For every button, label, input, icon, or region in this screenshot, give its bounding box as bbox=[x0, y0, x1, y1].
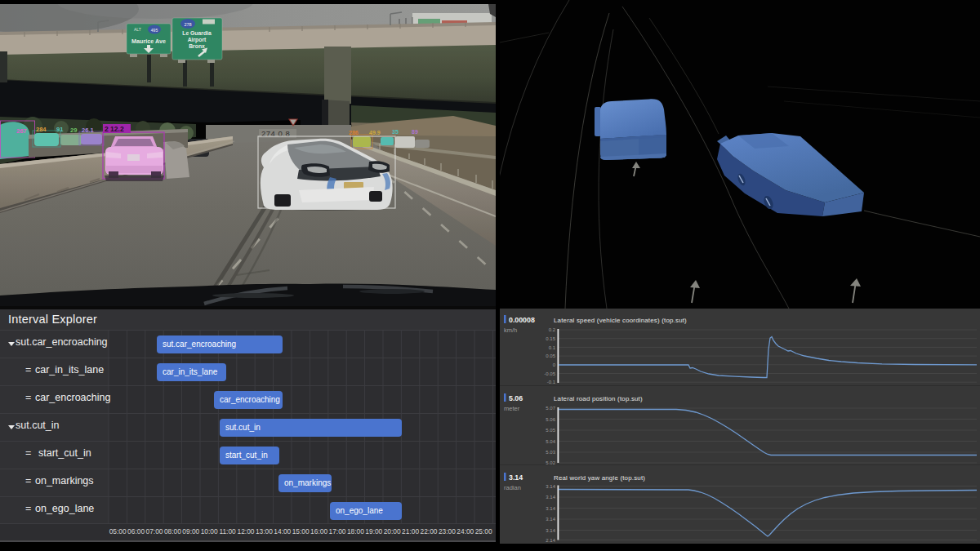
svg-text:5.04: 5.04 bbox=[546, 439, 555, 444]
svg-text:5.02: 5.02 bbox=[546, 460, 555, 465]
svg-text:Real world yaw angle (top.sut): Real world yaw angle (top.sut) bbox=[554, 474, 645, 482]
svg-text:5.06: 5.06 bbox=[509, 394, 523, 402]
svg-text:5.03: 5.03 bbox=[546, 450, 555, 455]
svg-text:0.05: 0.05 bbox=[546, 353, 555, 358]
svg-text:km/h: km/h bbox=[504, 327, 517, 334]
svg-text:-0.05: -0.05 bbox=[544, 371, 555, 376]
svg-text:radian: radian bbox=[504, 484, 521, 491]
svg-text:5.07: 5.07 bbox=[546, 406, 555, 411]
svg-text:-0.1: -0.1 bbox=[547, 380, 556, 384]
svg-text:2.14: 2.14 bbox=[546, 538, 555, 543]
svg-text:0.15: 0.15 bbox=[546, 336, 555, 341]
svg-text:5.05: 5.05 bbox=[546, 428, 555, 433]
svg-text:5.06: 5.06 bbox=[546, 417, 555, 422]
svg-text:3.14: 3.14 bbox=[546, 528, 555, 533]
svg-text:0.1: 0.1 bbox=[549, 345, 556, 350]
svg-text:3.14: 3.14 bbox=[546, 517, 555, 522]
svg-text:3.14: 3.14 bbox=[509, 473, 523, 482]
svg-text:0.00008: 0.00008 bbox=[509, 316, 535, 324]
svg-text:3.14: 3.14 bbox=[546, 506, 555, 511]
svg-text:meter: meter bbox=[504, 405, 520, 412]
svg-text:3.14: 3.14 bbox=[546, 495, 555, 500]
svg-text:0.2: 0.2 bbox=[549, 327, 556, 332]
svg-text:3.14: 3.14 bbox=[546, 484, 555, 489]
svg-text:Lateral speed (vehicle coordin: Lateral speed (vehicle coordinates) (top… bbox=[554, 317, 687, 324]
svg-text:Lateral road position (top.sut: Lateral road position (top.sut) bbox=[554, 395, 643, 402]
